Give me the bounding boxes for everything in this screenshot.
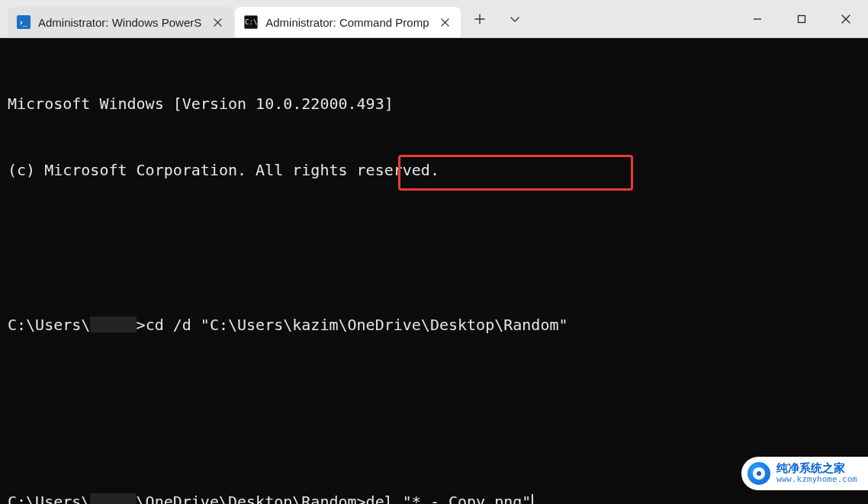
prompt-prefix: C:\Users\ bbox=[8, 493, 90, 504]
tab-powershell[interactable]: ›_ Administrator: Windows PowerS bbox=[8, 7, 233, 37]
new-tab-button[interactable] bbox=[462, 0, 497, 38]
prompt-suffix: > bbox=[137, 316, 146, 334]
tab-title: Administrator: Windows PowerS bbox=[38, 16, 201, 29]
blank-line bbox=[8, 226, 860, 248]
redacted-username: xxxxx bbox=[90, 316, 136, 332]
titlebar: ›_ Administrator: Windows PowerS C:\ Adm… bbox=[0, 0, 868, 38]
tab-title: Administrator: Command Promp bbox=[265, 16, 429, 29]
svg-rect-0 bbox=[799, 16, 805, 23]
redacted-username: xxxxx bbox=[90, 493, 136, 504]
text-cursor bbox=[532, 494, 533, 504]
cmd-icon: C:\ bbox=[244, 15, 258, 29]
watermark-text: 纯净系统之家 www.kzmyhome.com bbox=[776, 463, 857, 483]
tab-strip: ›_ Administrator: Windows PowerS C:\ Adm… bbox=[0, 0, 462, 37]
tab-dropdown-button[interactable] bbox=[497, 0, 532, 38]
prompt-path: \OneDrive\Desktop\Random> bbox=[137, 493, 366, 504]
watermark-title: 纯净系统之家 bbox=[776, 463, 857, 475]
command-line-1: C:\Users\xxxxx>cd /d "C:\Users\kazim\One… bbox=[8, 314, 860, 336]
maximize-button[interactable] bbox=[780, 0, 824, 38]
close-window-button[interactable] bbox=[824, 0, 868, 38]
close-tab-button[interactable] bbox=[436, 14, 453, 30]
terminal-viewport[interactable]: Microsoft Windows [Version 10.0.22000.49… bbox=[0, 38, 868, 504]
close-tab-button[interactable] bbox=[209, 14, 226, 30]
powershell-icon: ›_ bbox=[17, 15, 31, 29]
watermark-subtitle: www.kzmyhome.com bbox=[776, 475, 857, 484]
banner-line: (c) Microsoft Corporation. All rights re… bbox=[8, 159, 860, 181]
typed-command: del "* - Copy.png" bbox=[366, 493, 532, 504]
typed-command: cd /d "C:\Users\kazim\OneDrive\Desktop\R… bbox=[146, 316, 568, 334]
tab-actions bbox=[462, 0, 532, 37]
tab-cmd[interactable]: C:\ Administrator: Command Promp bbox=[235, 7, 461, 37]
command-line-2: C:\Users\xxxxx\OneDrive\Desktop\Random>d… bbox=[8, 491, 860, 504]
titlebar-drag-region[interactable] bbox=[532, 0, 735, 37]
watermark-logo-icon bbox=[747, 462, 770, 485]
window-controls bbox=[735, 0, 868, 37]
banner-line: Microsoft Windows [Version 10.0.22000.49… bbox=[8, 93, 860, 115]
minimize-button[interactable] bbox=[735, 0, 780, 38]
prompt-prefix: C:\Users\ bbox=[8, 316, 90, 334]
watermark-badge: 纯净系统之家 www.kzmyhome.com bbox=[741, 457, 868, 490]
blank-line bbox=[8, 403, 860, 425]
